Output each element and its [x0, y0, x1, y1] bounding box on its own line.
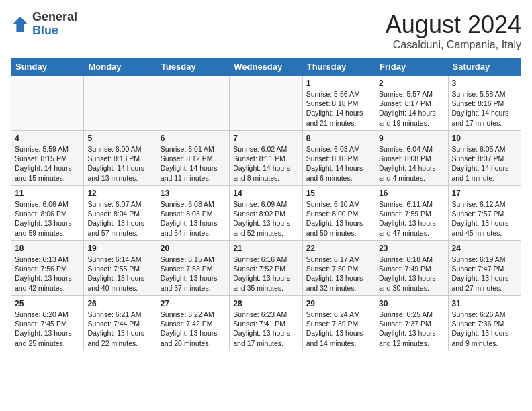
- day-detail: and 35 minutes.: [233, 283, 298, 293]
- day-detail: Sunset: 7:59 PM: [379, 209, 444, 218]
- day-detail: and 27 minutes.: [452, 283, 517, 293]
- calendar-cell: 20Sunrise: 6:15 AMSunset: 7:53 PMDayligh…: [157, 241, 229, 296]
- day-number: 29: [306, 299, 371, 308]
- day-detail: and 4 minutes.: [379, 173, 444, 183]
- day-detail: Daylight: 14 hours: [452, 108, 517, 118]
- day-detail: and 22 minutes.: [87, 338, 152, 348]
- location-text: Casalduni, Campania, Italy: [386, 39, 521, 51]
- title-block: August 2024 Casalduni, Campania, Italy: [386, 11, 521, 51]
- day-number: 25: [15, 299, 80, 308]
- day-number: 24: [452, 244, 517, 253]
- day-detail: Sunrise: 6:08 AM: [161, 199, 226, 209]
- day-detail: Sunset: 8:06 PM: [15, 209, 80, 218]
- day-detail: Daylight: 13 hours: [306, 218, 371, 228]
- day-detail: Daylight: 13 hours: [161, 218, 226, 228]
- day-detail: Sunrise: 6:11 AM: [379, 199, 444, 209]
- day-number: 9: [379, 134, 444, 143]
- day-detail: Sunrise: 6:22 AM: [161, 310, 226, 319]
- header-sunday: Sunday: [11, 58, 84, 76]
- day-number: 26: [87, 299, 152, 308]
- week-row-4: 18Sunrise: 6:13 AMSunset: 7:56 PMDayligh…: [11, 241, 521, 296]
- header-thursday: Thursday: [302, 58, 375, 76]
- header-monday: Monday: [84, 58, 157, 76]
- day-detail: Daylight: 13 hours: [379, 218, 444, 228]
- day-detail: Daylight: 13 hours: [87, 218, 152, 228]
- day-detail: Daylight: 13 hours: [15, 273, 80, 283]
- day-detail: Daylight: 13 hours: [161, 328, 226, 338]
- day-detail: Daylight: 13 hours: [306, 273, 371, 283]
- day-detail: Sunrise: 6:19 AM: [452, 255, 517, 264]
- day-detail: Sunrise: 5:57 AM: [379, 89, 444, 99]
- day-detail: Daylight: 14 hours: [306, 108, 371, 118]
- day-detail: and 25 minutes.: [15, 338, 80, 348]
- day-detail: Sunset: 7:49 PM: [379, 264, 444, 273]
- day-number: 23: [379, 244, 444, 253]
- day-detail: and 8 minutes.: [233, 173, 298, 183]
- day-detail: and 45 minutes.: [452, 228, 517, 238]
- day-detail: Sunset: 8:10 PM: [306, 154, 371, 163]
- day-detail: and 12 minutes.: [379, 338, 444, 348]
- calendar-cell: 10Sunrise: 6:05 AMSunset: 8:07 PMDayligh…: [448, 131, 521, 186]
- calendar-cell: 9Sunrise: 6:04 AMSunset: 8:08 PMDaylight…: [375, 131, 448, 186]
- day-detail: and 17 minutes.: [452, 118, 517, 128]
- day-detail: Sunset: 7:41 PM: [233, 319, 298, 328]
- calendar-cell: 17Sunrise: 6:12 AMSunset: 7:57 PMDayligh…: [448, 186, 521, 241]
- calendar-cell: 8Sunrise: 6:03 AMSunset: 8:10 PMDaylight…: [302, 131, 375, 186]
- day-number: 1: [306, 79, 371, 88]
- day-number: 19: [87, 244, 152, 253]
- day-number: 11: [15, 189, 80, 198]
- header-wednesday: Wednesday: [230, 58, 302, 76]
- calendar-cell: 24Sunrise: 6:19 AMSunset: 7:47 PMDayligh…: [448, 241, 521, 296]
- day-detail: Sunset: 8:17 PM: [379, 99, 444, 108]
- day-detail: Sunrise: 5:58 AM: [452, 89, 517, 99]
- day-detail: and 17 minutes.: [233, 338, 298, 348]
- day-detail: Sunrise: 6:02 AM: [233, 144, 298, 154]
- day-detail: and 57 minutes.: [87, 228, 152, 238]
- day-detail: Sunset: 7:39 PM: [306, 319, 371, 328]
- calendar-cell: 15Sunrise: 6:10 AMSunset: 8:00 PMDayligh…: [302, 186, 375, 241]
- day-detail: Daylight: 14 hours: [233, 163, 298, 173]
- day-detail: and 13 minutes.: [87, 173, 152, 183]
- calendar-cell: [11, 76, 84, 131]
- day-detail: Daylight: 13 hours: [379, 273, 444, 283]
- day-detail: Sunset: 7:44 PM: [87, 319, 152, 328]
- calendar-cell: 3Sunrise: 5:58 AMSunset: 8:16 PMDaylight…: [448, 76, 521, 131]
- day-detail: Sunset: 7:42 PM: [161, 319, 226, 328]
- day-number: 27: [161, 299, 226, 308]
- day-detail: and 47 minutes.: [379, 228, 444, 238]
- day-number: 10: [452, 134, 517, 143]
- day-detail: Sunrise: 6:13 AM: [15, 255, 80, 264]
- day-detail: and 15 minutes.: [15, 173, 80, 183]
- day-detail: and 9 minutes.: [452, 338, 517, 348]
- day-detail: Daylight: 13 hours: [379, 328, 444, 338]
- day-detail: Sunset: 8:04 PM: [87, 209, 152, 218]
- day-detail: Sunrise: 6:01 AM: [161, 144, 226, 154]
- calendar-cell: 4Sunrise: 5:59 AMSunset: 8:15 PMDaylight…: [11, 131, 84, 186]
- calendar-cell: 28Sunrise: 6:23 AMSunset: 7:41 PMDayligh…: [230, 296, 302, 351]
- day-detail: Sunset: 7:55 PM: [87, 264, 152, 273]
- day-detail: Sunset: 8:07 PM: [452, 154, 517, 163]
- day-detail: and 30 minutes.: [379, 283, 444, 293]
- calendar-cell: 30Sunrise: 6:25 AMSunset: 7:37 PMDayligh…: [375, 296, 448, 351]
- day-detail: and 19 minutes.: [379, 118, 444, 128]
- day-detail: Sunset: 7:47 PM: [452, 264, 517, 273]
- day-number: 12: [87, 189, 152, 198]
- calendar-cell: 29Sunrise: 6:24 AMSunset: 7:39 PMDayligh…: [302, 296, 375, 351]
- day-number: 22: [306, 244, 371, 253]
- day-detail: Sunrise: 5:59 AM: [15, 144, 80, 154]
- calendar-cell: 2Sunrise: 5:57 AMSunset: 8:17 PMDaylight…: [375, 76, 448, 131]
- day-number: 31: [452, 299, 517, 308]
- day-number: 7: [233, 134, 298, 143]
- calendar-cell: 26Sunrise: 6:21 AMSunset: 7:44 PMDayligh…: [84, 296, 157, 351]
- week-row-3: 11Sunrise: 6:06 AMSunset: 8:06 PMDayligh…: [11, 186, 521, 241]
- day-detail: Daylight: 14 hours: [306, 163, 371, 173]
- day-detail: Daylight: 13 hours: [15, 218, 80, 228]
- day-detail: Sunrise: 6:15 AM: [161, 255, 226, 264]
- day-detail: Sunset: 7:45 PM: [15, 319, 80, 328]
- day-detail: and 42 minutes.: [15, 283, 80, 293]
- day-detail: Sunset: 8:03 PM: [161, 209, 226, 218]
- day-number: 4: [15, 134, 80, 143]
- day-number: 6: [161, 134, 226, 143]
- day-detail: Daylight: 13 hours: [233, 328, 298, 338]
- day-detail: Sunrise: 6:14 AM: [87, 255, 152, 264]
